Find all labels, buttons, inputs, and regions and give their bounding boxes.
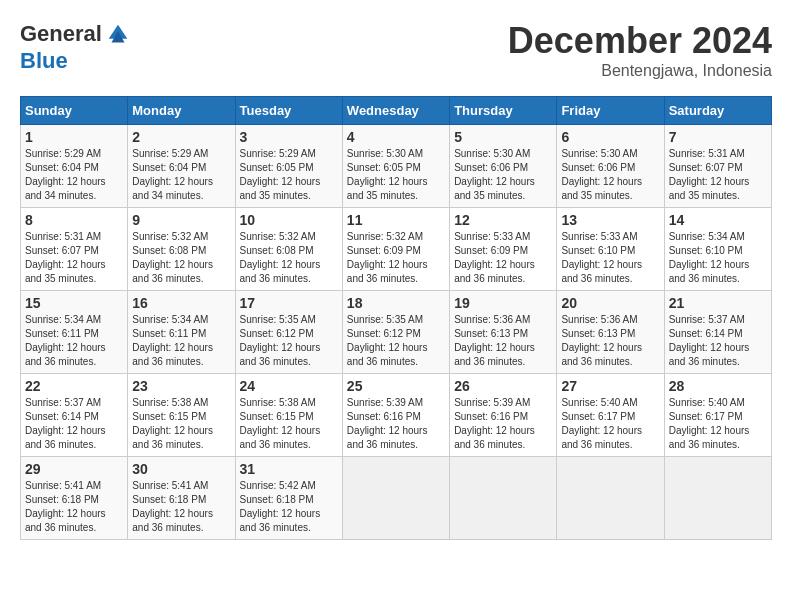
day-header-thursday: Thursday xyxy=(450,97,557,125)
day-number: 12 xyxy=(454,212,552,228)
day-number: 17 xyxy=(240,295,338,311)
day-info: Sunrise: 5:37 AMSunset: 6:14 PMDaylight:… xyxy=(25,396,123,452)
day-number: 5 xyxy=(454,129,552,145)
day-number: 19 xyxy=(454,295,552,311)
calendar-cell: 3Sunrise: 5:29 AMSunset: 6:05 PMDaylight… xyxy=(235,125,342,208)
day-number: 6 xyxy=(561,129,659,145)
day-number: 30 xyxy=(132,461,230,477)
calendar-cell: 28Sunrise: 5:40 AMSunset: 6:17 PMDayligh… xyxy=(664,374,771,457)
day-info: Sunrise: 5:42 AMSunset: 6:18 PMDaylight:… xyxy=(240,479,338,535)
day-number: 18 xyxy=(347,295,445,311)
day-info: Sunrise: 5:33 AMSunset: 6:10 PMDaylight:… xyxy=(561,230,659,286)
calendar-table: SundayMondayTuesdayWednesdayThursdayFrid… xyxy=(20,96,772,540)
calendar-cell: 14Sunrise: 5:34 AMSunset: 6:10 PMDayligh… xyxy=(664,208,771,291)
day-info: Sunrise: 5:39 AMSunset: 6:16 PMDaylight:… xyxy=(347,396,445,452)
calendar-cell: 19Sunrise: 5:36 AMSunset: 6:13 PMDayligh… xyxy=(450,291,557,374)
day-number: 25 xyxy=(347,378,445,394)
day-number: 20 xyxy=(561,295,659,311)
day-info: Sunrise: 5:32 AMSunset: 6:08 PMDaylight:… xyxy=(240,230,338,286)
day-info: Sunrise: 5:33 AMSunset: 6:09 PMDaylight:… xyxy=(454,230,552,286)
calendar-cell: 25Sunrise: 5:39 AMSunset: 6:16 PMDayligh… xyxy=(342,374,449,457)
month-title: December 2024 xyxy=(508,20,772,62)
calendar-cell xyxy=(342,457,449,540)
calendar-cell xyxy=(664,457,771,540)
calendar-cell: 21Sunrise: 5:37 AMSunset: 6:14 PMDayligh… xyxy=(664,291,771,374)
calendar-cell: 12Sunrise: 5:33 AMSunset: 6:09 PMDayligh… xyxy=(450,208,557,291)
calendar-cell: 31Sunrise: 5:42 AMSunset: 6:18 PMDayligh… xyxy=(235,457,342,540)
day-number: 9 xyxy=(132,212,230,228)
day-number: 7 xyxy=(669,129,767,145)
calendar-cell xyxy=(557,457,664,540)
day-number: 8 xyxy=(25,212,123,228)
day-info: Sunrise: 5:35 AMSunset: 6:12 PMDaylight:… xyxy=(347,313,445,369)
day-info: Sunrise: 5:35 AMSunset: 6:12 PMDaylight:… xyxy=(240,313,338,369)
day-info: Sunrise: 5:37 AMSunset: 6:14 PMDaylight:… xyxy=(669,313,767,369)
day-number: 1 xyxy=(25,129,123,145)
day-number: 16 xyxy=(132,295,230,311)
calendar-cell: 26Sunrise: 5:39 AMSunset: 6:16 PMDayligh… xyxy=(450,374,557,457)
day-info: Sunrise: 5:29 AMSunset: 6:04 PMDaylight:… xyxy=(132,147,230,203)
day-header-saturday: Saturday xyxy=(664,97,771,125)
calendar-cell: 22Sunrise: 5:37 AMSunset: 6:14 PMDayligh… xyxy=(21,374,128,457)
calendar-cell: 10Sunrise: 5:32 AMSunset: 6:08 PMDayligh… xyxy=(235,208,342,291)
day-number: 24 xyxy=(240,378,338,394)
day-number: 28 xyxy=(669,378,767,394)
day-info: Sunrise: 5:41 AMSunset: 6:18 PMDaylight:… xyxy=(25,479,123,535)
calendar-cell: 30Sunrise: 5:41 AMSunset: 6:18 PMDayligh… xyxy=(128,457,235,540)
day-number: 13 xyxy=(561,212,659,228)
day-number: 27 xyxy=(561,378,659,394)
day-header-sunday: Sunday xyxy=(21,97,128,125)
calendar-cell: 18Sunrise: 5:35 AMSunset: 6:12 PMDayligh… xyxy=(342,291,449,374)
day-info: Sunrise: 5:40 AMSunset: 6:17 PMDaylight:… xyxy=(561,396,659,452)
day-info: Sunrise: 5:29 AMSunset: 6:05 PMDaylight:… xyxy=(240,147,338,203)
day-info: Sunrise: 5:34 AMSunset: 6:11 PMDaylight:… xyxy=(25,313,123,369)
page-header: General Blue December 2024 Bentengjawa, … xyxy=(20,20,772,80)
logo-blue: Blue xyxy=(20,48,68,74)
day-number: 26 xyxy=(454,378,552,394)
calendar-cell: 23Sunrise: 5:38 AMSunset: 6:15 PMDayligh… xyxy=(128,374,235,457)
calendar-cell: 9Sunrise: 5:32 AMSunset: 6:08 PMDaylight… xyxy=(128,208,235,291)
day-info: Sunrise: 5:36 AMSunset: 6:13 PMDaylight:… xyxy=(454,313,552,369)
day-number: 23 xyxy=(132,378,230,394)
logo-icon xyxy=(104,20,132,48)
day-header-wednesday: Wednesday xyxy=(342,97,449,125)
calendar-cell: 7Sunrise: 5:31 AMSunset: 6:07 PMDaylight… xyxy=(664,125,771,208)
calendar-cell: 2Sunrise: 5:29 AMSunset: 6:04 PMDaylight… xyxy=(128,125,235,208)
day-number: 21 xyxy=(669,295,767,311)
day-info: Sunrise: 5:30 AMSunset: 6:06 PMDaylight:… xyxy=(454,147,552,203)
calendar-cell: 29Sunrise: 5:41 AMSunset: 6:18 PMDayligh… xyxy=(21,457,128,540)
calendar-cell: 27Sunrise: 5:40 AMSunset: 6:17 PMDayligh… xyxy=(557,374,664,457)
day-info: Sunrise: 5:39 AMSunset: 6:16 PMDaylight:… xyxy=(454,396,552,452)
day-info: Sunrise: 5:31 AMSunset: 6:07 PMDaylight:… xyxy=(25,230,123,286)
calendar-cell: 5Sunrise: 5:30 AMSunset: 6:06 PMDaylight… xyxy=(450,125,557,208)
day-info: Sunrise: 5:41 AMSunset: 6:18 PMDaylight:… xyxy=(132,479,230,535)
day-info: Sunrise: 5:32 AMSunset: 6:09 PMDaylight:… xyxy=(347,230,445,286)
logo-general: General xyxy=(20,21,102,47)
day-number: 15 xyxy=(25,295,123,311)
day-header-monday: Monday xyxy=(128,97,235,125)
calendar-week-row: 29Sunrise: 5:41 AMSunset: 6:18 PMDayligh… xyxy=(21,457,772,540)
calendar-cell: 4Sunrise: 5:30 AMSunset: 6:05 PMDaylight… xyxy=(342,125,449,208)
calendar-week-row: 1Sunrise: 5:29 AMSunset: 6:04 PMDaylight… xyxy=(21,125,772,208)
calendar-cell: 20Sunrise: 5:36 AMSunset: 6:13 PMDayligh… xyxy=(557,291,664,374)
day-number: 22 xyxy=(25,378,123,394)
day-number: 11 xyxy=(347,212,445,228)
calendar-cell: 15Sunrise: 5:34 AMSunset: 6:11 PMDayligh… xyxy=(21,291,128,374)
calendar-cell: 11Sunrise: 5:32 AMSunset: 6:09 PMDayligh… xyxy=(342,208,449,291)
calendar-week-row: 15Sunrise: 5:34 AMSunset: 6:11 PMDayligh… xyxy=(21,291,772,374)
calendar-cell: 6Sunrise: 5:30 AMSunset: 6:06 PMDaylight… xyxy=(557,125,664,208)
calendar-week-row: 22Sunrise: 5:37 AMSunset: 6:14 PMDayligh… xyxy=(21,374,772,457)
day-number: 4 xyxy=(347,129,445,145)
day-number: 2 xyxy=(132,129,230,145)
day-number: 14 xyxy=(669,212,767,228)
day-number: 10 xyxy=(240,212,338,228)
day-info: Sunrise: 5:40 AMSunset: 6:17 PMDaylight:… xyxy=(669,396,767,452)
calendar-cell: 17Sunrise: 5:35 AMSunset: 6:12 PMDayligh… xyxy=(235,291,342,374)
day-info: Sunrise: 5:38 AMSunset: 6:15 PMDaylight:… xyxy=(240,396,338,452)
calendar-cell: 1Sunrise: 5:29 AMSunset: 6:04 PMDaylight… xyxy=(21,125,128,208)
calendar-header-row: SundayMondayTuesdayWednesdayThursdayFrid… xyxy=(21,97,772,125)
day-info: Sunrise: 5:29 AMSunset: 6:04 PMDaylight:… xyxy=(25,147,123,203)
title-block: December 2024 Bentengjawa, Indonesia xyxy=(508,20,772,80)
day-info: Sunrise: 5:30 AMSunset: 6:05 PMDaylight:… xyxy=(347,147,445,203)
day-info: Sunrise: 5:38 AMSunset: 6:15 PMDaylight:… xyxy=(132,396,230,452)
